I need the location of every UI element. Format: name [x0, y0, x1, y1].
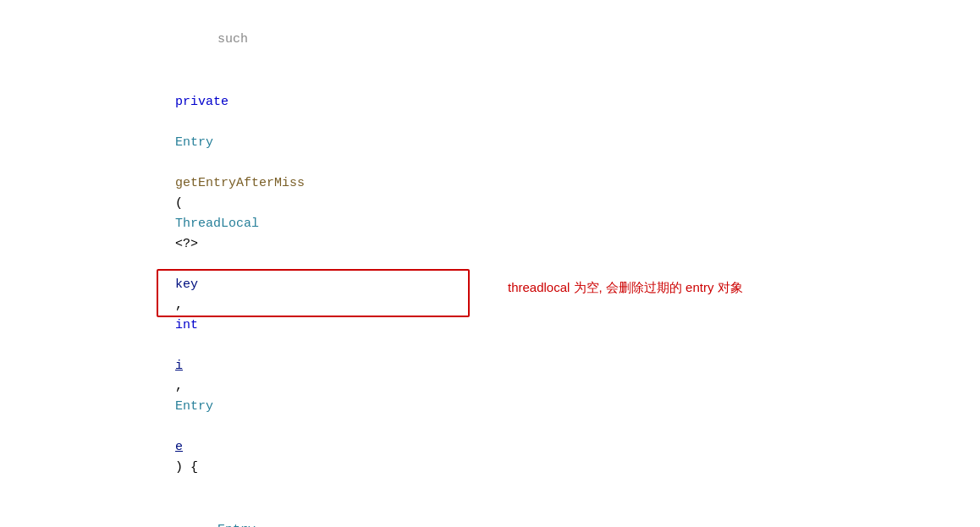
param-i: i	[175, 359, 183, 373]
space3	[175, 257, 183, 272]
code-line-entry-tab: Entry [] tab = table ;	[0, 499, 980, 527]
kw-private: private	[175, 95, 228, 109]
paren-open: (	[175, 196, 183, 211]
code-editor: such private Entry getEntryAfterMiss ( T…	[0, 0, 980, 527]
space4	[175, 338, 183, 353]
comma2: ,	[175, 379, 190, 393]
line-content-method-sig: private Entry getEntryAfterMiss ( Thread…	[30, 72, 980, 498]
kw-int1: int	[175, 318, 198, 332]
code-line-method-sig: private Entry getEntryAfterMiss ( Thread…	[0, 71, 980, 499]
space5	[175, 420, 183, 434]
paren-close: ) {	[175, 460, 198, 475]
param-e: e	[175, 440, 183, 454]
space1	[175, 115, 183, 129]
type-entry2: Entry	[175, 399, 213, 414]
line-content-entry-tab: Entry [] tab = table ;	[30, 500, 980, 527]
method-name: getEntryAfterMiss	[175, 176, 305, 190]
type-entry: Entry	[175, 135, 213, 150]
line-content-such: such	[30, 9, 980, 70]
type-entry3: Entry	[217, 523, 256, 527]
text-such: such	[217, 32, 248, 47]
generic: <?>	[175, 237, 198, 251]
param-key: key	[175, 277, 198, 292]
code-line-such: such	[0, 8, 980, 71]
type-threadlocal: ThreadLocal	[175, 217, 259, 231]
comma1: ,	[175, 298, 190, 312]
space2	[175, 156, 183, 170]
code-wrapper: such private Entry getEntryAfterMiss ( T…	[0, 8, 980, 527]
